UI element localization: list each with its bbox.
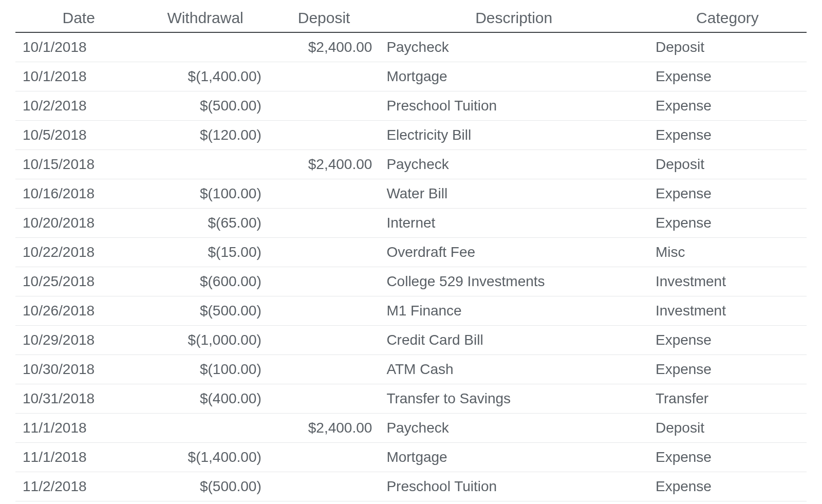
table-row: 10/20/2018$(65.00)InternetExpense [15,209,807,238]
cell-date: 10/15/2018 [15,150,142,179]
cell-category: Investment [648,267,807,296]
cell-category: Deposit [648,150,807,179]
table-row: 10/16/2018$(100.00)Water BillExpense [15,179,807,209]
cell-description: Mortgage [379,62,648,91]
cell-description: Electricity Bill [379,121,648,150]
cell-withdrawal: $(1,400.00) [142,62,268,91]
cell-category: Misc [648,238,807,267]
cell-withdrawal: $(500.00) [142,91,268,121]
col-header-description: Description [379,6,648,32]
cell-description: College 529 Investments [379,267,648,296]
cell-category: Expense [648,355,807,384]
cell-deposit [269,121,380,150]
cell-deposit [269,296,380,326]
cell-description: Preschool Tuition [379,91,648,121]
cell-description: Credit Card Bill [379,326,648,355]
cell-withdrawal: $(100.00) [142,179,268,209]
table-row: 10/31/2018$(400.00)Transfer to SavingsTr… [15,384,807,414]
cell-deposit [269,62,380,91]
cell-category: Expense [648,91,807,121]
cell-category: Deposit [648,414,807,443]
table-row: 10/1/2018$(1,400.00)MortgageExpense [15,62,807,91]
table-row: 11/2/2018$(500.00)Preschool TuitionExpen… [15,472,807,501]
col-header-category: Category [648,6,807,32]
cell-date: 11/1/2018 [15,443,142,472]
col-header-date: Date [15,6,142,32]
table-row: 10/1/2018$2,400.00PaycheckDeposit [15,32,807,62]
cell-description: M1 Finance [379,296,648,326]
cell-date: 10/2/2018 [15,91,142,121]
cell-withdrawal: $(65.00) [142,209,268,238]
col-header-withdrawal: Withdrawal [142,6,268,32]
cell-category: Investment [648,296,807,326]
cell-description: Water Bill [379,179,648,209]
cell-withdrawal: $(600.00) [142,267,268,296]
cell-deposit [269,384,380,414]
cell-description: Internet [379,209,648,238]
cell-deposit: $2,400.00 [269,150,380,179]
table-row: 11/1/2018$(1,400.00)MortgageExpense [15,443,807,472]
cell-date: 10/26/2018 [15,296,142,326]
cell-date: 10/29/2018 [15,326,142,355]
cell-deposit [269,267,380,296]
table-row: 10/15/2018$2,400.00PaycheckDeposit [15,150,807,179]
cell-date: 10/16/2018 [15,179,142,209]
cell-withdrawal: $(400.00) [142,384,268,414]
cell-withdrawal [142,414,268,443]
cell-deposit: $2,400.00 [269,32,380,62]
table-row: 10/26/2018$(500.00)M1 FinanceInvestment [15,296,807,326]
cell-withdrawal: $(100.00) [142,355,268,384]
cell-date: 10/31/2018 [15,384,142,414]
table-row: 10/22/2018$(15.00)Overdraft FeeMisc [15,238,807,267]
cell-date: 10/22/2018 [15,238,142,267]
cell-category: Expense [648,209,807,238]
cell-deposit [269,326,380,355]
cell-description: Paycheck [379,414,648,443]
table-header-row: Date Withdrawal Deposit Description Cate… [15,6,807,32]
cell-withdrawal: $(120.00) [142,121,268,150]
cell-date: 10/30/2018 [15,355,142,384]
col-header-deposit: Deposit [269,6,380,32]
cell-deposit [269,209,380,238]
cell-category: Expense [648,62,807,91]
cell-category: Expense [648,472,807,501]
cell-deposit [269,91,380,121]
cell-description: Paycheck [379,150,648,179]
cell-description: ATM Cash [379,355,648,384]
cell-date: 10/1/2018 [15,32,142,62]
cell-withdrawal [142,150,268,179]
table-row: 10/30/2018$(100.00)ATM CashExpense [15,355,807,384]
cell-withdrawal: $(15.00) [142,238,268,267]
cell-description: Transfer to Savings [379,384,648,414]
cell-date: 10/1/2018 [15,62,142,91]
cell-withdrawal: $(500.00) [142,472,268,501]
cell-description: Overdraft Fee [379,238,648,267]
cell-deposit [269,443,380,472]
cell-description: Paycheck [379,32,648,62]
cell-deposit [269,238,380,267]
cell-date: 10/20/2018 [15,209,142,238]
table-row: 10/2/2018$(500.00)Preschool TuitionExpen… [15,91,807,121]
cell-category: Expense [648,326,807,355]
table-row: 10/29/2018$(1,000.00)Credit Card BillExp… [15,326,807,355]
cell-withdrawal [142,32,268,62]
cell-description: Mortgage [379,443,648,472]
table-row: 10/5/2018$(120.00)Electricity BillExpens… [15,121,807,150]
cell-deposit [269,472,380,501]
cell-date: 10/25/2018 [15,267,142,296]
cell-deposit [269,179,380,209]
cell-withdrawal: $(1,400.00) [142,443,268,472]
table-row: 11/1/2018$2,400.00PaycheckDeposit [15,414,807,443]
cell-withdrawal: $(500.00) [142,296,268,326]
cell-category: Expense [648,179,807,209]
cell-withdrawal: $(1,000.00) [142,326,268,355]
cell-deposit: $2,400.00 [269,414,380,443]
cell-category: Expense [648,121,807,150]
transactions-table: Date Withdrawal Deposit Description Cate… [15,6,807,501]
cell-category: Expense [648,443,807,472]
cell-category: Deposit [648,32,807,62]
cell-category: Transfer [648,384,807,414]
table-row: 10/25/2018$(600.00)College 529 Investmen… [15,267,807,296]
cell-description: Preschool Tuition [379,472,648,501]
cell-deposit [269,355,380,384]
